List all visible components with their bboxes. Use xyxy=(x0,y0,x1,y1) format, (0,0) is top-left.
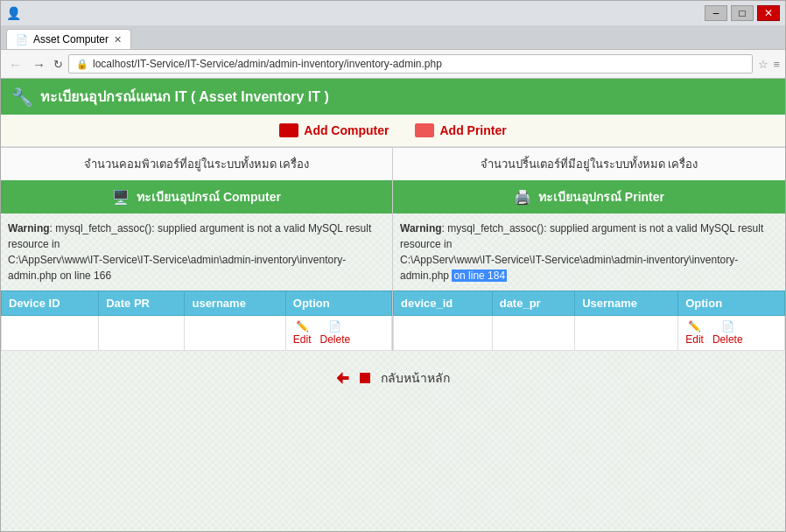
table-row: ✏️ Edit 📄 Delete xyxy=(2,316,392,351)
computer-section-header: 🖥️ ทะเบียนอุปกรณ์ Computer xyxy=(1,180,392,214)
actions-bar: Add Computer Add Printer xyxy=(1,115,785,147)
back-square-icon xyxy=(360,373,370,383)
computer-column: จำนวนคอมพิวเตอร์ที่อยู่ในระบบทั้งหมด เคร… xyxy=(1,148,393,351)
header-icon: 🔧 xyxy=(11,87,33,108)
add-computer-button[interactable]: Add Computer xyxy=(279,123,389,137)
url-text: localhost/IT-Service/IT-Service/admin/ad… xyxy=(93,58,442,70)
computer-count-text: จำนวนคอมพิวเตอร์ที่อยู่ในระบบทั้งหมด เคร… xyxy=(84,158,310,171)
col-option-p: Option xyxy=(678,291,785,316)
cell-date-pr-p xyxy=(492,316,575,351)
printer-delete-icon: 📄 xyxy=(721,320,734,332)
table-row: ✏️ Edit 📄 Delete xyxy=(394,316,785,351)
tab-close-button[interactable]: ✕ xyxy=(114,34,122,46)
printer-column: จำนวนปริ้นเตอร์ที่มีอยู่ในระบบทั้งหมด เค… xyxy=(393,148,785,351)
col-date-pr-p: date_pr xyxy=(492,291,575,316)
computer-warning-area: Warning: mysql_fetch_assoc(): supplied a… xyxy=(1,214,392,290)
printer-delete-button[interactable]: 📄 Delete xyxy=(712,320,743,346)
printer-table: device_id date_pr Username Option xyxy=(393,290,785,351)
col-option: Option xyxy=(285,291,391,316)
bookmark-icon[interactable]: ☆ xyxy=(758,58,768,71)
printer-count-row: จำนวนปริ้นเตอร์ที่มีอยู่ในระบบทั้งหมด เค… xyxy=(393,148,785,180)
page-content: 🔧 ทะเบียนอุปกรณ์แผนก IT ( Asset Inventor… xyxy=(1,79,785,531)
computer-table-header-row: Device ID Date PR username Option xyxy=(2,291,392,316)
computer-section-icon: 🖥️ xyxy=(112,189,130,206)
back-area: กลับหน้าหลัก xyxy=(1,351,785,405)
cell-option-p: ✏️ Edit 📄 Delete xyxy=(678,316,785,351)
cell-device-id-p xyxy=(394,316,493,351)
computer-edit-button[interactable]: ✏️ Edit xyxy=(293,320,312,346)
printer-section-header: 🖨️ ทะเบียนอุปกรณ์ Printer xyxy=(393,180,785,214)
col-date-pr: Date PR xyxy=(99,291,185,316)
tab-title: Asset Computer xyxy=(33,33,109,46)
reload-button[interactable]: ↻ xyxy=(53,58,63,71)
window-maximize-button[interactable]: □ xyxy=(731,5,754,21)
printer-warning-bold: Warning xyxy=(400,222,442,234)
printer-table-header-row: device_id date_pr Username Option xyxy=(394,291,785,316)
add-printer-button[interactable]: Add Printer xyxy=(415,123,506,137)
col-username-p: Username xyxy=(575,291,678,316)
printer-warning-line: on line 184 xyxy=(452,270,507,282)
col-device-id: Device ID xyxy=(2,291,99,316)
edit-icon: ✏️ xyxy=(296,320,309,332)
url-icon: 🔒 xyxy=(76,59,88,70)
back-nav-button[interactable]: ← xyxy=(6,57,25,72)
page-header: 🔧 ทะเบียนอุปกรณ์แผนก IT ( Asset Inventor… xyxy=(1,79,785,115)
delete-icon: 📄 xyxy=(328,320,341,332)
add-computer-label: Add Computer xyxy=(304,123,389,137)
add-computer-icon xyxy=(279,123,298,137)
col-username: username xyxy=(185,291,285,316)
printer-section-title: ทะเบียนอุปกรณ์ Printer xyxy=(538,187,664,206)
tab-favicon: 📄 xyxy=(16,34,28,46)
window-close-button[interactable]: ✕ xyxy=(757,5,780,21)
forward-nav-button[interactable]: → xyxy=(30,57,48,72)
cell-option: ✏️ Edit 📄 Delete xyxy=(285,316,391,351)
printer-warning-area: Warning: mysql_fetch_assoc(): supplied a… xyxy=(393,214,785,290)
computer-table: Device ID Date PR username Option xyxy=(1,290,392,351)
cell-username-p xyxy=(575,316,678,351)
col-device-id-p: device_id xyxy=(394,291,493,316)
printer-edit-icon: ✏️ xyxy=(688,320,701,332)
printer-count-text: จำนวนปริ้นเตอร์ที่มีอยู่ในระบบทั้งหมด เค… xyxy=(481,158,698,171)
printer-section-icon: 🖨️ xyxy=(514,189,531,206)
user-icon: 👤 xyxy=(6,6,21,20)
computer-delete-button[interactable]: 📄 Delete xyxy=(320,320,351,346)
warning-bold: Warning xyxy=(8,222,50,234)
page-title: ทะเบียนอุปกรณ์แผนก IT ( Asset Inventory … xyxy=(40,86,329,108)
back-button[interactable]: กลับหน้าหลัก xyxy=(337,368,450,388)
address-bar: ← → ↻ 🔒 localhost/IT-Service/IT-Service/… xyxy=(1,49,785,79)
add-printer-icon xyxy=(415,123,434,137)
computer-section-title: ทะเบียนอุปกรณ์ Computer xyxy=(137,187,281,206)
window-minimize-button[interactable]: – xyxy=(705,5,727,21)
add-printer-label: Add Printer xyxy=(439,123,506,137)
browser-tab[interactable]: 📄 Asset Computer ✕ xyxy=(6,29,131,49)
main-grid: จำนวนคอมพิวเตอร์ที่อยู่ในระบบทั้งหมด เคร… xyxy=(1,147,785,351)
cell-username xyxy=(185,316,285,351)
computer-count-row: จำนวนคอมพิวเตอร์ที่อยู่ในระบบทั้งหมด เคร… xyxy=(1,148,392,180)
browser-window: 👤 – □ ✕ 📄 Asset Computer ✕ ← → ↻ 🔒 local… xyxy=(0,0,786,532)
cell-device-id xyxy=(2,316,99,351)
menu-icon[interactable]: ≡ xyxy=(773,58,780,71)
back-label: กลับหน้าหลัก xyxy=(381,368,450,388)
back-arrow-icon xyxy=(337,372,349,384)
url-bar[interactable]: 🔒 localhost/IT-Service/IT-Service/admin/… xyxy=(68,54,753,74)
address-bar-icons: ☆ ≡ xyxy=(758,58,780,71)
printer-edit-button[interactable]: ✏️ Edit xyxy=(685,320,704,346)
cell-date-pr xyxy=(99,316,185,351)
